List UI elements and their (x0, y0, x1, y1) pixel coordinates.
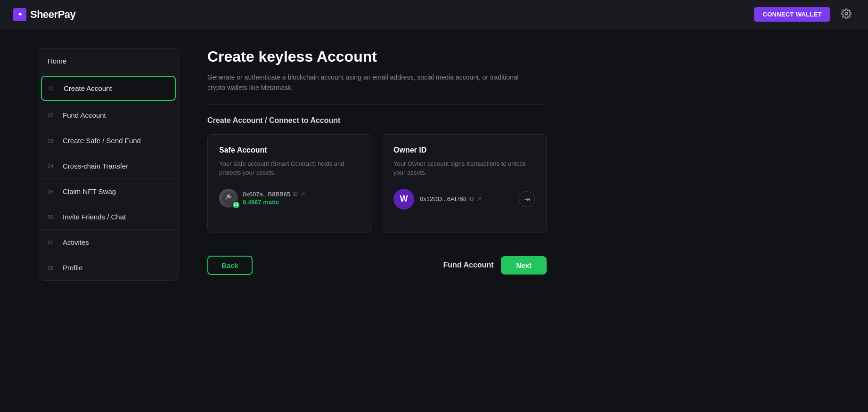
owner-id-desc: Your Owner account signs transactions to… (393, 159, 535, 178)
main-layout: Home 01 Create Account 02 Fund Account 0… (0, 29, 868, 412)
section-title: Create Account / Connect to Account (207, 116, 547, 125)
safe-badge: 1/1 (232, 201, 240, 209)
sidebar-item-fund-account[interactable]: 02 Fund Account (38, 103, 179, 128)
owner-logout-button[interactable]: ⇥ (519, 191, 535, 207)
copy-safe-address-icon[interactable]: ⧉ (293, 190, 297, 198)
page-description: Generate or authenticate a blockchain ac… (207, 72, 528, 93)
external-safe-link-icon[interactable]: ↗ (300, 191, 305, 198)
safe-balance: 0.4967 matic (243, 199, 305, 206)
safe-account-row: 1/1 0x607a...B8BB65 ⧉ ↗ 0.4967 matic (219, 189, 360, 208)
external-owner-link-icon[interactable]: ↗ (476, 195, 482, 202)
footer-actions: Back Fund Account Next (207, 252, 547, 275)
header-right: CONNECT WALLET (754, 6, 855, 23)
svg-point-0 (845, 12, 848, 15)
safe-info: 0x607a...B8BB65 ⧉ ↗ 0.4967 matic (243, 190, 305, 206)
logo: ✦ SheerPay (13, 8, 75, 21)
back-button[interactable]: Back (207, 256, 253, 275)
page-title: Create keyless Account (207, 48, 547, 65)
sidebar-item-cross-chain[interactable]: 04 Cross-chain Transfer (38, 153, 179, 179)
footer-right: Fund Account Next (443, 256, 547, 275)
sidebar-item-create-account[interactable]: 01 Create Account (41, 76, 176, 101)
divider (207, 105, 547, 105)
safe-account-card: Safe Account Your Safe account (Smart Co… (207, 134, 372, 233)
copy-owner-address-icon[interactable]: ⧉ (469, 195, 474, 203)
gear-icon (841, 8, 852, 20)
sidebar-item-claim-nft[interactable]: 05 Claim NFT Swag (38, 179, 179, 204)
connect-wallet-button[interactable]: CONNECT WALLET (754, 7, 830, 22)
fund-account-label: Fund Account (443, 261, 494, 269)
sidebar-item-activities[interactable]: 07 Activites (38, 230, 179, 255)
sidebar-item-home[interactable]: Home (38, 48, 179, 74)
owner-address: 0x12DD...6Af768 ⧉ ↗ (420, 195, 482, 203)
safe-account-title: Safe Account (219, 146, 360, 154)
logo-text: SheerPay (30, 8, 75, 21)
cards-row: Safe Account Your Safe account (Smart Co… (207, 134, 547, 233)
logout-icon: ⇥ (524, 195, 530, 203)
owner-avatar: W (393, 189, 414, 210)
sidebar-item-profile[interactable]: 08 Profile (38, 255, 179, 280)
sidebar: Home 01 Create Account 02 Fund Account 0… (38, 48, 179, 281)
logo-icon: ✦ (13, 8, 26, 21)
owner-row: W 0x12DD...6Af768 ⧉ ↗ ⇥ (393, 189, 535, 210)
sidebar-item-create-safe[interactable]: 03 Create Safe / Send Fund (38, 128, 179, 153)
owner-id-card: Owner ID Your Owner account signs transa… (382, 134, 547, 233)
next-button[interactable]: Next (501, 256, 547, 275)
owner-left: W 0x12DD...6Af768 ⧉ ↗ (393, 189, 482, 210)
sidebar-item-invite[interactable]: 06 Invite Friends / Chat (38, 204, 179, 230)
header: ✦ SheerPay CONNECT WALLET (0, 0, 868, 29)
settings-button[interactable] (838, 6, 855, 23)
safe-address: 0x607a...B8BB65 ⧉ ↗ (243, 190, 305, 198)
content-area: Create keyless Account Generate or authe… (207, 48, 547, 393)
safe-account-desc: Your Safe account (Smart Contract) holds… (219, 159, 360, 178)
svg-point-2 (227, 194, 230, 197)
owner-id-title: Owner ID (393, 146, 535, 154)
